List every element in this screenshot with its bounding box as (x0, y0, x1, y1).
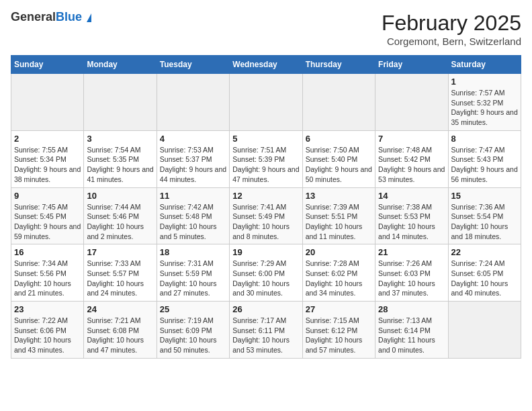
day-info: Sunrise: 7:55 AMSunset: 5:34 PMDaylight:… (14, 145, 81, 185)
day-number: 11 (160, 191, 226, 201)
day-info: Sunrise: 7:21 AMSunset: 6:08 PMDaylight:… (87, 316, 153, 355)
day-info: Sunrise: 7:29 AMSunset: 6:00 PMDaylight:… (232, 259, 299, 298)
calendar-cell (11, 74, 84, 131)
calendar-cell: 8Sunrise: 7:47 AMSunset: 5:43 PMDaylight… (448, 130, 521, 187)
day-info: Sunrise: 7:34 AMSunset: 5:56 PMDaylight:… (14, 259, 81, 298)
weekday-header-saturday: Saturday (448, 56, 521, 74)
calendar-cell: 2Sunrise: 7:55 AMSunset: 5:34 PMDaylight… (11, 130, 84, 187)
calendar-cell: 18Sunrise: 7:31 AMSunset: 5:59 PMDayligh… (157, 244, 229, 302)
calendar-cell: 13Sunrise: 7:39 AMSunset: 5:51 PMDayligh… (302, 187, 375, 244)
calendar-cell (157, 74, 229, 131)
day-number: 27 (306, 304, 372, 314)
day-number: 10 (87, 191, 153, 201)
calendar-cell (375, 74, 448, 131)
day-number: 2 (14, 134, 81, 144)
day-number: 3 (87, 134, 153, 144)
calendar-cell: 12Sunrise: 7:41 AMSunset: 5:49 PMDayligh… (230, 187, 302, 244)
calendar-title: February 2025 (382, 11, 521, 36)
logo-triangle-icon (87, 13, 91, 22)
title-block: February 2025 Corgemont, Bern, Switzerla… (382, 11, 521, 47)
day-info: Sunrise: 7:31 AMSunset: 5:59 PMDaylight:… (160, 259, 226, 298)
calendar-cell: 1Sunrise: 7:57 AMSunset: 5:32 PMDaylight… (448, 74, 521, 131)
calendar-cell: 26Sunrise: 7:17 AMSunset: 6:11 PMDayligh… (230, 302, 302, 359)
calendar-subtitle: Corgemont, Bern, Switzerland (382, 36, 521, 47)
day-number: 17 (87, 247, 153, 257)
calendar-week-row: 23Sunrise: 7:22 AMSunset: 6:06 PMDayligh… (11, 302, 521, 359)
day-info: Sunrise: 7:54 AMSunset: 5:35 PMDaylight:… (87, 145, 153, 185)
day-info: Sunrise: 7:57 AMSunset: 5:32 PMDaylight:… (451, 88, 518, 128)
day-number: 13 (306, 191, 372, 201)
weekday-header-tuesday: Tuesday (157, 56, 229, 74)
day-info: Sunrise: 7:22 AMSunset: 6:06 PMDaylight:… (14, 316, 81, 355)
calendar-cell (302, 74, 375, 131)
day-number: 18 (160, 247, 226, 257)
day-info: Sunrise: 7:45 AMSunset: 5:45 PMDaylight:… (14, 202, 81, 242)
day-info: Sunrise: 7:36 AMSunset: 5:54 PMDaylight:… (451, 202, 518, 242)
calendar-body: 1Sunrise: 7:57 AMSunset: 5:32 PMDaylight… (11, 74, 521, 359)
day-number: 1 (451, 77, 518, 87)
day-info: Sunrise: 7:13 AMSunset: 6:14 PMDaylight:… (378, 316, 445, 355)
calendar-cell: 16Sunrise: 7:34 AMSunset: 5:56 PMDayligh… (11, 244, 84, 302)
day-info: Sunrise: 7:26 AMSunset: 6:03 PMDaylight:… (378, 259, 445, 298)
day-info: Sunrise: 7:50 AMSunset: 5:40 PMDaylight:… (306, 145, 372, 185)
calendar-cell (230, 74, 302, 131)
day-number: 23 (14, 304, 81, 314)
day-number: 22 (451, 247, 518, 257)
day-info: Sunrise: 7:48 AMSunset: 5:42 PMDaylight:… (378, 145, 445, 185)
calendar-cell: 10Sunrise: 7:44 AMSunset: 5:46 PMDayligh… (84, 187, 157, 244)
day-number: 20 (306, 247, 372, 257)
day-info: Sunrise: 7:41 AMSunset: 5:49 PMDaylight:… (232, 202, 299, 242)
calendar-cell: 6Sunrise: 7:50 AMSunset: 5:40 PMDaylight… (302, 130, 375, 187)
day-number: 9 (14, 191, 81, 201)
day-number: 21 (378, 247, 445, 257)
calendar-cell: 7Sunrise: 7:48 AMSunset: 5:42 PMDaylight… (375, 130, 448, 187)
day-number: 6 (306, 134, 372, 144)
calendar-cell: 22Sunrise: 7:24 AMSunset: 6:05 PMDayligh… (448, 244, 521, 302)
day-info: Sunrise: 7:44 AMSunset: 5:46 PMDaylight:… (87, 202, 153, 242)
weekday-header-wednesday: Wednesday (230, 56, 302, 74)
calendar-cell: 23Sunrise: 7:22 AMSunset: 6:06 PMDayligh… (11, 302, 84, 359)
calendar-cell: 27Sunrise: 7:15 AMSunset: 6:12 PMDayligh… (302, 302, 375, 359)
day-info: Sunrise: 7:19 AMSunset: 6:09 PMDaylight:… (160, 316, 226, 355)
day-info: Sunrise: 7:51 AMSunset: 5:39 PMDaylight:… (232, 145, 299, 185)
calendar-cell: 20Sunrise: 7:28 AMSunset: 6:02 PMDayligh… (302, 244, 375, 302)
day-info: Sunrise: 7:17 AMSunset: 6:11 PMDaylight:… (232, 316, 299, 355)
day-number: 4 (160, 134, 226, 144)
day-number: 16 (14, 247, 81, 257)
calendar-cell: 19Sunrise: 7:29 AMSunset: 6:00 PMDayligh… (230, 244, 302, 302)
calendar-cell: 3Sunrise: 7:54 AMSunset: 5:35 PMDaylight… (84, 130, 157, 187)
calendar-cell: 14Sunrise: 7:38 AMSunset: 5:53 PMDayligh… (375, 187, 448, 244)
calendar-cell: 28Sunrise: 7:13 AMSunset: 6:14 PMDayligh… (375, 302, 448, 359)
calendar-cell: 4Sunrise: 7:53 AMSunset: 5:37 PMDaylight… (157, 130, 229, 187)
day-info: Sunrise: 7:42 AMSunset: 5:48 PMDaylight:… (160, 202, 226, 242)
calendar-week-row: 2Sunrise: 7:55 AMSunset: 5:34 PMDaylight… (11, 130, 521, 187)
calendar-table: SundayMondayTuesdayWednesdayThursdayFrid… (11, 55, 521, 359)
day-info: Sunrise: 7:39 AMSunset: 5:51 PMDaylight:… (306, 202, 372, 242)
calendar-cell: 25Sunrise: 7:19 AMSunset: 6:09 PMDayligh… (157, 302, 229, 359)
calendar-cell: 24Sunrise: 7:21 AMSunset: 6:08 PMDayligh… (84, 302, 157, 359)
page-header: GeneralBlue February 2025 Corgemont, Ber… (11, 11, 521, 47)
logo-general: General (11, 10, 56, 24)
day-info: Sunrise: 7:33 AMSunset: 5:57 PMDaylight:… (87, 259, 153, 298)
calendar-cell: 15Sunrise: 7:36 AMSunset: 5:54 PMDayligh… (448, 187, 521, 244)
calendar-cell (84, 74, 157, 131)
day-info: Sunrise: 7:15 AMSunset: 6:12 PMDaylight:… (306, 316, 372, 355)
calendar-cell: 9Sunrise: 7:45 AMSunset: 5:45 PMDaylight… (11, 187, 84, 244)
day-info: Sunrise: 7:28 AMSunset: 6:02 PMDaylight:… (306, 259, 372, 298)
calendar-cell: 17Sunrise: 7:33 AMSunset: 5:57 PMDayligh… (84, 244, 157, 302)
calendar-header: SundayMondayTuesdayWednesdayThursdayFrid… (11, 56, 521, 74)
calendar-cell: 21Sunrise: 7:26 AMSunset: 6:03 PMDayligh… (375, 244, 448, 302)
day-number: 25 (160, 304, 226, 314)
day-number: 5 (232, 134, 299, 144)
day-info: Sunrise: 7:24 AMSunset: 6:05 PMDaylight:… (451, 259, 518, 298)
calendar-cell: 11Sunrise: 7:42 AMSunset: 5:48 PMDayligh… (157, 187, 229, 244)
calendar-week-row: 16Sunrise: 7:34 AMSunset: 5:56 PMDayligh… (11, 244, 521, 302)
calendar-week-row: 9Sunrise: 7:45 AMSunset: 5:45 PMDaylight… (11, 187, 521, 244)
day-info: Sunrise: 7:38 AMSunset: 5:53 PMDaylight:… (378, 202, 445, 242)
day-number: 28 (378, 304, 445, 314)
day-info: Sunrise: 7:47 AMSunset: 5:43 PMDaylight:… (451, 145, 518, 185)
weekday-header-monday: Monday (84, 56, 157, 74)
weekday-header-friday: Friday (375, 56, 448, 74)
logo: GeneralBlue (11, 11, 91, 24)
day-number: 14 (378, 191, 445, 201)
